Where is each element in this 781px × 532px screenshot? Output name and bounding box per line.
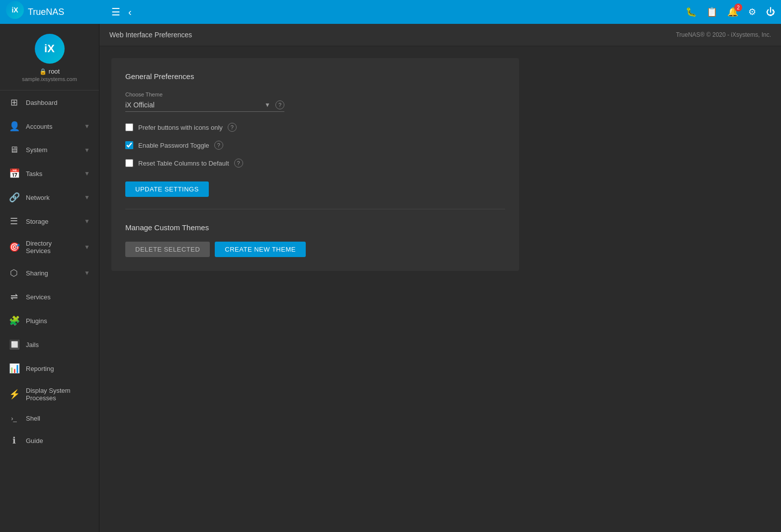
sidebar-item-label: Jails — [26, 341, 90, 349]
main-area: Web Interface Preferences TrueNAS® © 202… — [99, 24, 781, 532]
delete-selected-button[interactable]: DELETE SELECTED — [125, 242, 210, 257]
icons-only-row: Prefer buttons with icons only ? — [125, 123, 505, 132]
chevron-down-icon: ▼ — [84, 123, 90, 130]
power-icon[interactable]: ⏻ — [766, 7, 775, 17]
reset-columns-help-icon[interactable]: ? — [234, 159, 243, 168]
preferences-card: General Preferences Choose Theme iX Offi… — [111, 58, 519, 271]
notifications-icon[interactable]: 🔔 2 — [727, 6, 738, 17]
chevron-down-icon: ▼ — [84, 194, 90, 201]
password-toggle-help-icon[interactable]: ? — [214, 141, 223, 150]
topbar: iX TrueNAS ☰ ‹ 🐛 📋 🔔 2 ⚙ ⏻ — [0, 0, 781, 24]
logo-area: iX TrueNAS — [6, 1, 105, 23]
password-toggle-label: Enable Password Toggle — [138, 142, 209, 149]
reset-columns-row: Reset Table Columns to Default ? — [125, 159, 505, 168]
chevron-down-icon: ▼ — [84, 170, 90, 177]
sidebar-item-network[interactable]: 🔗 Network ▼ — [0, 185, 99, 209]
services-icon: ⇌ — [9, 291, 19, 302]
chevron-down-icon: ▼ — [84, 269, 90, 276]
icons-only-checkbox[interactable] — [125, 123, 133, 131]
layout: iX 🔒 root sample.ixsystems.com ⊞ Dashboa… — [0, 24, 781, 532]
sidebar-item-label: Directory Services — [26, 240, 77, 255]
directory-services-icon: 🎯 — [9, 242, 19, 253]
theme-label: Choose Theme — [125, 91, 505, 97]
display-system-processes-icon: ⚡ — [9, 389, 19, 400]
sidebar-item-label: Sharing — [26, 269, 77, 277]
sidebar-item-sharing[interactable]: ⬡ Sharing ▼ — [0, 261, 99, 285]
profile-username: root — [49, 68, 60, 75]
sidebar-item-dashboard[interactable]: ⊞ Dashboard — [0, 90, 99, 114]
lock-icon: 🔒 — [39, 68, 47, 75]
sidebar-item-tasks[interactable]: 📅 Tasks ▼ — [0, 162, 99, 185]
manage-themes-actions: DELETE SELECTED CREATE NEW THEME — [125, 242, 505, 257]
sidebar-item-shell[interactable]: ›_ Shell — [0, 408, 99, 429]
topbar-center: ☰ ‹ — [105, 6, 132, 18]
system-icon: 🖥 — [9, 145, 19, 155]
topbar-right: 🐛 📋 🔔 2 ⚙ ⏻ — [686, 6, 775, 17]
sidebar-item-label: Tasks — [26, 170, 77, 177]
sidebar-item-accounts[interactable]: 👤 Accounts ▼ — [0, 114, 99, 138]
sidebar-item-label: Services — [26, 293, 90, 301]
sidebar: iX 🔒 root sample.ixsystems.com ⊞ Dashboa… — [0, 24, 99, 532]
sidebar-item-label: System — [26, 146, 77, 154]
sidebar-item-guide[interactable]: ℹ Guide — [0, 429, 99, 452]
password-toggle-checkbox[interactable] — [125, 141, 133, 149]
shell-icon: ›_ — [9, 415, 19, 422]
sidebar-item-label: Dashboard — [26, 99, 90, 106]
reset-columns-label: Reset Table Columns to Default — [138, 160, 229, 167]
sidebar-item-label: Plugins — [26, 317, 90, 325]
chevron-down-icon: ▼ — [84, 244, 90, 251]
sidebar-item-display-system-processes[interactable]: ⚡ Display System Processes — [0, 380, 99, 408]
accounts-icon: 👤 — [9, 121, 19, 132]
create-new-theme-button[interactable]: CREATE NEW THEME — [215, 242, 306, 257]
icons-only-help-icon[interactable]: ? — [228, 123, 237, 132]
sidebar-item-plugins[interactable]: 🧩 Plugins — [0, 309, 99, 333]
reporting-icon: 📊 — [9, 363, 19, 374]
manage-themes-title: Manage Custom Themes — [125, 223, 505, 232]
back-icon[interactable]: ‹ — [128, 6, 132, 18]
jails-icon: 🔲 — [9, 339, 19, 350]
sidebar-item-label: Storage — [26, 218, 77, 225]
chevron-down-icon: ▼ — [84, 147, 90, 154]
network-icon: 🔗 — [9, 192, 19, 203]
sidebar-item-label: Display System Processes — [26, 387, 90, 402]
reset-columns-checkbox[interactable] — [125, 159, 133, 167]
theme-select[interactable]: iX Official Default Dracula Solarized Da… — [125, 101, 260, 109]
sidebar-item-jails[interactable]: 🔲 Jails — [0, 333, 99, 356]
logo-avatar: iX — [6, 1, 24, 19]
manage-themes-section: Manage Custom Themes DELETE SELECTED CRE… — [125, 223, 505, 257]
theme-select-wrapper: iX Official Default Dracula Solarized Da… — [125, 100, 284, 112]
support-icon[interactable]: 🐛 — [686, 6, 696, 17]
settings-icon[interactable]: ⚙ — [748, 6, 756, 17]
sidebar-item-directory-services[interactable]: 🎯 Directory Services ▼ — [0, 233, 99, 261]
chevron-down-icon: ▼ — [264, 101, 270, 108]
update-settings-button[interactable]: UPDATE SETTINGS — [125, 181, 209, 197]
sidebar-item-system[interactable]: 🖥 System ▼ — [0, 138, 99, 162]
sidebar-item-label: Shell — [26, 415, 90, 422]
copyright-text: TrueNAS® © 2020 - iXsystems, Inc. — [676, 31, 771, 38]
sidebar-item-label: Reporting — [26, 365, 90, 372]
menu-icon[interactable]: ☰ — [111, 6, 120, 18]
brand-name: TrueNAS — [28, 7, 64, 17]
sidebar-item-storage[interactable]: ☰ Storage ▼ — [0, 209, 99, 233]
profile-hostname: sample.ixsystems.com — [22, 76, 77, 82]
sidebar-item-reporting[interactable]: 📊 Reporting — [0, 356, 99, 380]
storage-icon: ☰ — [9, 216, 19, 227]
guide-icon: ℹ — [9, 435, 19, 446]
sidebar-item-label: Accounts — [26, 123, 77, 130]
sidebar-nav: ⊞ Dashboard 👤 Accounts ▼ 🖥 System ▼ 📅 Ta… — [0, 90, 99, 532]
theme-help-icon[interactable]: ? — [275, 100, 284, 109]
page-title: Web Interface Preferences — [109, 31, 192, 39]
section-divider — [125, 209, 505, 209]
sidebar-item-label: Network — [26, 194, 77, 201]
icons-only-label: Prefer buttons with icons only — [138, 124, 223, 131]
sidebar-item-services[interactable]: ⇌ Services — [0, 285, 99, 309]
theme-form-group: Choose Theme iX Official Default Dracula… — [125, 91, 505, 112]
main-content: General Preferences Choose Theme iX Offi… — [99, 46, 781, 532]
sidebar-profile: iX 🔒 root sample.ixsystems.com — [0, 24, 99, 90]
breadcrumb-bar: Web Interface Preferences TrueNAS® © 202… — [99, 24, 781, 46]
profile-lock: 🔒 root — [39, 68, 60, 75]
changelog-icon[interactable]: 📋 — [706, 6, 717, 17]
chevron-down-icon: ▼ — [84, 218, 90, 225]
plugins-icon: 🧩 — [9, 315, 19, 326]
dashboard-icon: ⊞ — [9, 97, 19, 108]
